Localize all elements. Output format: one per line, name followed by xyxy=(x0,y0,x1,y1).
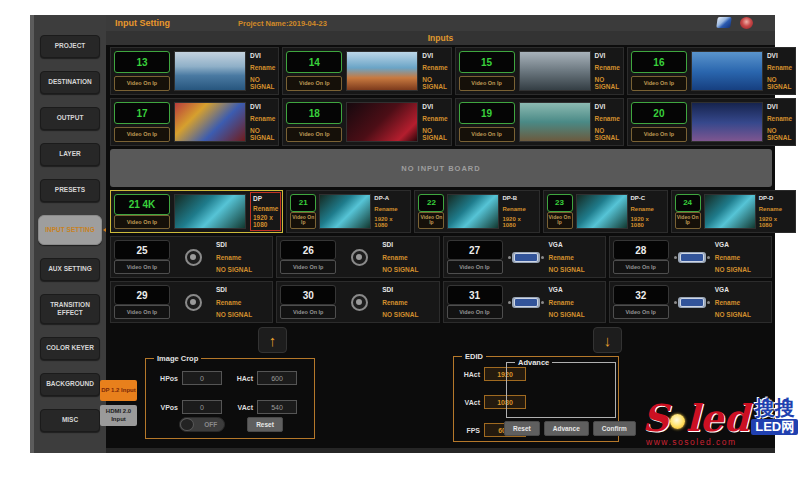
rename-link[interactable]: Rename xyxy=(253,205,278,212)
sidebar-item-color-keyer[interactable]: COLOR KEYER xyxy=(40,337,100,360)
page-up-button[interactable]: ↑ xyxy=(258,327,287,353)
video-on-ip-button[interactable]: Video On Ip xyxy=(631,76,687,91)
video-on-ip-button[interactable]: Video On Ip xyxy=(613,260,669,274)
sidebar-item-input-setting[interactable]: INPUT SETTING xyxy=(38,215,102,245)
crop-field-input[interactable]: 0 xyxy=(182,400,222,414)
edid-confirm-button[interactable]: Confirm xyxy=(593,421,636,436)
rename-link[interactable]: Rename xyxy=(715,299,768,306)
video-on-ip-button[interactable]: Video On Ip xyxy=(459,76,515,91)
sidebar-item-misc[interactable]: MISC xyxy=(40,409,100,432)
rename-link[interactable]: Rename xyxy=(502,206,535,212)
input-cell-21-4k[interactable]: 21 4KVideo On IpDPRename1920 x 1080 xyxy=(110,190,283,233)
video-on-ip-button[interactable]: Video On Ip xyxy=(547,212,573,230)
input-cell-21[interactable]: 21Video On IpDP-ARename1920 x 1080 xyxy=(286,190,411,233)
input-cell-29[interactable]: 29Video On IpSDIRenameNO SIGNAL xyxy=(110,281,273,323)
rename-link[interactable]: Rename xyxy=(382,299,435,306)
input-cell-20[interactable]: 20Video On IpDVIRenameNO SIGNAL xyxy=(627,98,796,146)
video-on-ip-button[interactable]: Video On Ip xyxy=(447,305,503,319)
input-type-label: DVI xyxy=(595,103,620,110)
rename-link[interactable]: Rename xyxy=(422,64,447,71)
vga-connector-inner xyxy=(680,253,704,262)
page-down-button[interactable]: ↓ xyxy=(593,327,622,353)
input-cell-18[interactable]: 18Video On IpDVIRenameNO SIGNAL xyxy=(282,98,451,146)
sidebar-item-aux-setting[interactable]: AUX SETTING xyxy=(40,258,100,281)
video-on-ip-button[interactable]: Video On Ip xyxy=(114,127,170,142)
edid-advance-button[interactable]: Advance xyxy=(544,421,589,436)
crop-toggle[interactable]: OFF xyxy=(179,417,225,432)
input-number-badge: 26 xyxy=(280,240,336,260)
input-cell-28[interactable]: 28Video On IpVGARenameNO SIGNAL xyxy=(609,236,772,278)
edid-reset-button[interactable]: Reset xyxy=(504,421,540,436)
input-cell-27[interactable]: 27Video On IpVGARenameNO SIGNAL xyxy=(443,236,606,278)
sidebar-item-transition-effect[interactable]: TRANSITION EFFECT xyxy=(40,294,100,324)
input-cell-13[interactable]: 13Video On IpDVIRenameNO SIGNAL xyxy=(110,47,279,95)
input-thumbnail xyxy=(576,194,628,229)
input-cell-32[interactable]: 32Video On IpVGARenameNO SIGNAL xyxy=(609,281,772,323)
input-type-label: DVI xyxy=(767,103,792,110)
video-on-ip-button[interactable]: Video On Ip xyxy=(613,305,669,319)
input-cell-14[interactable]: 14Video On IpDVIRenameNO SIGNAL xyxy=(282,47,451,95)
sidebar-item-project[interactable]: PROJECT xyxy=(40,35,100,58)
rename-link[interactable]: Rename xyxy=(767,64,792,71)
video-on-ip-button[interactable]: Video On Ip xyxy=(280,305,336,319)
input-cell-26[interactable]: 26Video On IpSDIRenameNO SIGNAL xyxy=(276,236,439,278)
crop-field-input[interactable]: 600 xyxy=(257,371,297,385)
rename-link[interactable]: Rename xyxy=(715,254,768,261)
sidebar-item-layer[interactable]: LAYER xyxy=(40,143,100,166)
video-on-ip-button[interactable]: Video On Ip xyxy=(290,212,316,230)
input-cell-left: 27Video On Ip xyxy=(447,240,503,274)
sidebar-item-presets[interactable]: PRESETS xyxy=(40,179,100,202)
input-cell-31[interactable]: 31Video On IpVGARenameNO SIGNAL xyxy=(443,281,606,323)
rename-link[interactable]: Rename xyxy=(759,206,792,212)
input-cell-25[interactable]: 25Video On IpSDIRenameNO SIGNAL xyxy=(110,236,273,278)
video-on-ip-button[interactable]: Video On Ip xyxy=(675,212,701,230)
input-cell-17[interactable]: 17Video On IpDVIRenameNO SIGNAL xyxy=(110,98,279,146)
rename-link[interactable]: Rename xyxy=(767,115,792,122)
sidebar-item-output[interactable]: OUTPUT xyxy=(40,107,100,130)
rename-link[interactable]: Rename xyxy=(216,254,269,261)
video-on-ip-button[interactable]: Video On Ip xyxy=(418,212,444,230)
video-on-ip-button[interactable]: Video On Ip xyxy=(114,76,170,91)
rename-link[interactable]: Rename xyxy=(549,299,602,306)
video-on-ip-button[interactable]: Video On Ip xyxy=(631,127,687,142)
blue-card-icon[interactable] xyxy=(716,17,732,28)
video-on-ip-button[interactable]: Video On Ip xyxy=(286,127,342,142)
input-cell-22[interactable]: 22Video On IpDP-BRename1920 x 1080 xyxy=(414,190,539,233)
input-cell-24[interactable]: 24Video On IpDP-DRename1920 x 1080 xyxy=(671,190,796,233)
video-on-ip-button[interactable]: Video On Ip xyxy=(286,76,342,91)
rename-link[interactable]: Rename xyxy=(374,206,407,212)
crop-field-input[interactable]: 540 xyxy=(257,400,297,414)
tab-dp12-input[interactable]: DP 1.2 Input xyxy=(100,380,137,401)
input-cell-left: 13Video On Ip xyxy=(114,51,170,91)
crop-reset-button[interactable]: Reset xyxy=(247,417,283,432)
crop-toggle-knob[interactable] xyxy=(180,418,194,431)
video-on-ip-button[interactable]: Video On Ip xyxy=(114,305,170,319)
input-cell-15[interactable]: 15Video On IpDVIRenameNO SIGNAL xyxy=(455,47,624,95)
input-number-badge: 31 xyxy=(447,285,503,305)
rename-link[interactable]: Rename xyxy=(422,115,447,122)
input-cell-19[interactable]: 19Video On IpDVIRenameNO SIGNAL xyxy=(455,98,624,146)
input-info: DP-CRename1920 x 1080 xyxy=(631,194,664,229)
rename-link[interactable]: Rename xyxy=(549,254,602,261)
crop-field-input[interactable]: 0 xyxy=(182,371,222,385)
input-cell-23[interactable]: 23Video On IpDP-CRename1920 x 1080 xyxy=(543,190,668,233)
red-seal-icon[interactable] xyxy=(740,17,753,29)
rename-link[interactable]: Rename xyxy=(595,115,620,122)
video-on-ip-button[interactable]: Video On Ip xyxy=(114,260,170,274)
rename-link[interactable]: Rename xyxy=(216,299,269,306)
rename-link[interactable]: Rename xyxy=(250,64,275,71)
sidebar-item-background[interactable]: BACKGROUND xyxy=(40,373,100,396)
input-cell-30[interactable]: 30Video On IpSDIRenameNO SIGNAL xyxy=(276,281,439,323)
video-on-ip-button[interactable]: Video On Ip xyxy=(280,260,336,274)
rename-link[interactable]: Rename xyxy=(250,115,275,122)
video-on-ip-button[interactable]: Video On Ip xyxy=(447,260,503,274)
video-on-ip-button[interactable]: Video On Ip xyxy=(459,127,515,142)
rename-link[interactable]: Rename xyxy=(382,254,435,261)
input-info: DVIRenameNO SIGNAL xyxy=(767,102,792,142)
tab-hdmi20-input[interactable]: HDMI 2.0 Input xyxy=(100,405,137,426)
rename-link[interactable]: Rename xyxy=(595,64,620,71)
rename-link[interactable]: Rename xyxy=(631,206,664,212)
input-cell-16[interactable]: 16Video On IpDVIRenameNO SIGNAL xyxy=(627,47,796,95)
video-on-ip-button[interactable]: Video On Ip xyxy=(114,215,170,229)
sidebar-item-destination[interactable]: DESTINATION xyxy=(40,71,100,94)
